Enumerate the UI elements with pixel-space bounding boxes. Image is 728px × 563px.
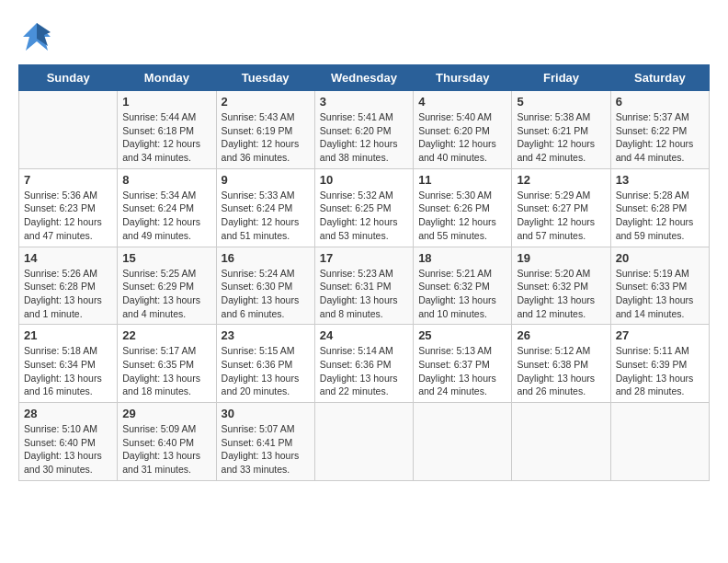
page-header [18,18,710,55]
day-number: 12 [517,173,605,187]
day-cell [610,403,709,481]
day-info: Sunrise: 5:13 AM Sunset: 6:37 PM Dayligh… [418,344,506,398]
day-cell: 2Sunrise: 5:43 AM Sunset: 6:19 PM Daylig… [216,91,314,169]
day-cell [19,91,118,169]
day-cell: 11Sunrise: 5:30 AM Sunset: 6:26 PM Dayli… [414,168,512,247]
day-info: Sunrise: 5:40 AM Sunset: 6:20 PM Dayligh… [418,110,506,165]
day-info: Sunrise: 5:30 AM Sunset: 6:26 PM Dayligh… [418,189,506,243]
day-number: 28 [24,407,112,420]
day-number: 9 [222,173,310,187]
column-header-wednesday: Wednesday [314,65,413,91]
day-info: Sunrise: 5:09 AM Sunset: 6:40 PM Dayligh… [122,422,210,477]
day-cell: 21Sunrise: 5:18 AM Sunset: 6:34 PM Dayli… [19,325,118,403]
day-number: 24 [320,328,408,342]
day-info: Sunrise: 5:11 AM Sunset: 6:39 PM Dayligh… [616,344,704,398]
day-cell: 20Sunrise: 5:19 AM Sunset: 6:33 PM Dayli… [610,247,709,325]
day-number: 7 [24,173,112,187]
day-cell: 9Sunrise: 5:33 AM Sunset: 6:24 PM Daylig… [216,168,314,247]
day-cell: 7Sunrise: 5:36 AM Sunset: 6:23 PM Daylig… [19,168,118,247]
day-number: 23 [222,328,310,342]
day-info: Sunrise: 5:20 AM Sunset: 6:32 PM Dayligh… [517,267,605,321]
column-header-thursday: Thursday [414,65,512,91]
day-cell: 24Sunrise: 5:14 AM Sunset: 6:36 PM Dayli… [314,325,413,403]
day-info: Sunrise: 5:21 AM Sunset: 6:32 PM Dayligh… [418,267,506,321]
day-number: 17 [320,251,408,265]
day-info: Sunrise: 5:17 AM Sunset: 6:35 PM Dayligh… [122,344,210,398]
day-number: 21 [24,328,112,342]
day-number: 5 [517,95,605,109]
day-cell: 18Sunrise: 5:21 AM Sunset: 6:32 PM Dayli… [414,247,512,325]
day-number: 29 [122,407,210,420]
day-info: Sunrise: 5:10 AM Sunset: 6:40 PM Dayligh… [24,422,112,477]
day-cell: 23Sunrise: 5:15 AM Sunset: 6:36 PM Dayli… [216,325,314,403]
day-cell: 25Sunrise: 5:13 AM Sunset: 6:37 PM Dayli… [414,325,512,403]
day-cell: 22Sunrise: 5:17 AM Sunset: 6:35 PM Dayli… [118,325,216,403]
day-cell [512,403,610,481]
week-row-3: 14Sunrise: 5:26 AM Sunset: 6:28 PM Dayli… [19,247,710,325]
day-info: Sunrise: 5:18 AM Sunset: 6:34 PM Dayligh… [24,344,112,398]
day-number: 1 [122,95,210,109]
day-number: 14 [24,251,112,265]
day-number: 22 [122,328,210,342]
day-info: Sunrise: 5:41 AM Sunset: 6:20 PM Dayligh… [320,110,408,165]
day-cell: 29Sunrise: 5:09 AM Sunset: 6:40 PM Dayli… [118,403,216,481]
day-cell: 16Sunrise: 5:24 AM Sunset: 6:30 PM Dayli… [216,247,314,325]
day-info: Sunrise: 5:43 AM Sunset: 6:19 PM Dayligh… [222,110,310,165]
column-header-monday: Monday [118,65,216,91]
day-cell [314,403,413,481]
week-row-2: 7Sunrise: 5:36 AM Sunset: 6:23 PM Daylig… [19,168,710,247]
day-info: Sunrise: 5:29 AM Sunset: 6:27 PM Dayligh… [517,189,605,243]
day-info: Sunrise: 5:32 AM Sunset: 6:25 PM Dayligh… [320,189,408,243]
day-info: Sunrise: 5:14 AM Sunset: 6:36 PM Dayligh… [320,344,408,398]
day-cell: 30Sunrise: 5:07 AM Sunset: 6:41 PM Dayli… [216,403,314,481]
day-info: Sunrise: 5:24 AM Sunset: 6:30 PM Dayligh… [222,267,310,321]
day-info: Sunrise: 5:15 AM Sunset: 6:36 PM Dayligh… [222,344,310,398]
column-header-friday: Friday [512,65,610,91]
day-info: Sunrise: 5:19 AM Sunset: 6:33 PM Dayligh… [616,267,704,321]
day-cell: 8Sunrise: 5:34 AM Sunset: 6:24 PM Daylig… [118,168,216,247]
day-info: Sunrise: 5:33 AM Sunset: 6:24 PM Dayligh… [222,189,310,243]
day-number: 27 [616,328,704,342]
day-cell: 27Sunrise: 5:11 AM Sunset: 6:39 PM Dayli… [610,325,709,403]
day-cell: 12Sunrise: 5:29 AM Sunset: 6:27 PM Dayli… [512,168,610,247]
day-number: 30 [222,407,310,420]
day-info: Sunrise: 5:36 AM Sunset: 6:23 PM Dayligh… [24,189,112,243]
day-info: Sunrise: 5:28 AM Sunset: 6:28 PM Dayligh… [616,189,704,243]
day-cell: 26Sunrise: 5:12 AM Sunset: 6:38 PM Dayli… [512,325,610,403]
day-cell: 10Sunrise: 5:32 AM Sunset: 6:25 PM Dayli… [314,168,413,247]
day-info: Sunrise: 5:44 AM Sunset: 6:18 PM Dayligh… [122,110,210,165]
day-cell: 28Sunrise: 5:10 AM Sunset: 6:40 PM Dayli… [19,403,118,481]
logo-bird-icon [18,18,55,55]
day-info: Sunrise: 5:23 AM Sunset: 6:31 PM Dayligh… [320,267,408,321]
day-cell: 17Sunrise: 5:23 AM Sunset: 6:31 PM Dayli… [314,247,413,325]
day-cell: 15Sunrise: 5:25 AM Sunset: 6:29 PM Dayli… [118,247,216,325]
day-info: Sunrise: 5:34 AM Sunset: 6:24 PM Dayligh… [122,189,210,243]
week-row-1: 1Sunrise: 5:44 AM Sunset: 6:18 PM Daylig… [19,91,710,169]
day-number: 25 [418,328,506,342]
day-cell: 19Sunrise: 5:20 AM Sunset: 6:32 PM Dayli… [512,247,610,325]
day-number: 4 [418,95,506,109]
day-cell: 3Sunrise: 5:41 AM Sunset: 6:20 PM Daylig… [314,91,413,169]
day-cell: 5Sunrise: 5:38 AM Sunset: 6:21 PM Daylig… [512,91,610,169]
day-number: 6 [616,95,704,109]
week-row-5: 28Sunrise: 5:10 AM Sunset: 6:40 PM Dayli… [19,403,710,481]
day-info: Sunrise: 5:37 AM Sunset: 6:22 PM Dayligh… [616,110,704,165]
day-number: 16 [222,251,310,265]
day-cell: 4Sunrise: 5:40 AM Sunset: 6:20 PM Daylig… [414,91,512,169]
day-cell [414,403,512,481]
day-number: 11 [418,173,506,187]
column-header-tuesday: Tuesday [216,65,314,91]
day-number: 20 [616,251,704,265]
calendar-header-row: SundayMondayTuesdayWednesdayThursdayFrid… [19,65,710,91]
day-number: 8 [122,173,210,187]
day-info: Sunrise: 5:25 AM Sunset: 6:29 PM Dayligh… [122,267,210,321]
day-cell: 13Sunrise: 5:28 AM Sunset: 6:28 PM Dayli… [610,168,709,247]
day-info: Sunrise: 5:12 AM Sunset: 6:38 PM Dayligh… [517,344,605,398]
day-number: 10 [320,173,408,187]
day-number: 13 [616,173,704,187]
day-number: 26 [517,328,605,342]
logo [18,18,59,55]
day-number: 15 [122,251,210,265]
day-number: 18 [418,251,506,265]
column-header-sunday: Sunday [19,65,118,91]
